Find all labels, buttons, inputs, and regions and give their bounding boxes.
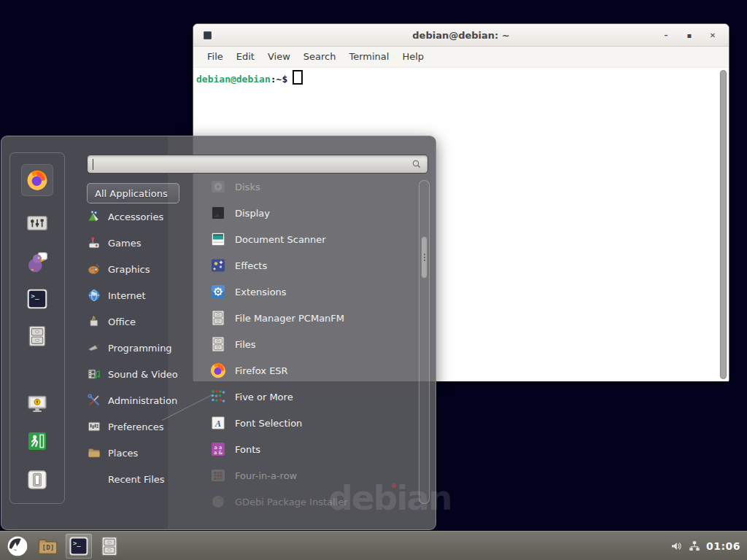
category-games[interactable]: Games	[87, 230, 196, 256]
taskbar-app-menu-button[interactable]	[4, 534, 31, 559]
category-label: Internet	[108, 290, 146, 301]
application-list: DisksDisplayDocument ScannerEffectsExten…	[209, 174, 415, 515]
category-graphics[interactable]: Graphics	[87, 256, 196, 282]
sidebar-settings-mixer-button[interactable]	[21, 207, 53, 239]
sidebar-lock-screen-button[interactable]	[21, 388, 53, 420]
app-effects[interactable]: Effects	[209, 252, 415, 279]
font-selection-icon: A	[209, 414, 227, 432]
svg-text:>_: >_	[31, 292, 39, 300]
category-office[interactable]: Office	[87, 308, 196, 335]
category-administration[interactable]: Administration	[87, 387, 196, 413]
app-display[interactable]: Display	[209, 200, 415, 226]
lock-screen-icon	[26, 392, 49, 416]
sidebar-shutdown-button[interactable]	[21, 464, 53, 496]
terminal-cursor	[293, 70, 303, 85]
terminal-window-title: debian@debian: ~	[193, 30, 729, 41]
app-font-selection[interactable]: AFont Selection	[209, 410, 415, 436]
sidebar-pidgin-button[interactable]	[21, 246, 53, 279]
sidebar-firefox-button[interactable]	[21, 164, 53, 196]
category-label: Preferences	[108, 421, 163, 432]
watermark-red-dot	[392, 483, 396, 488]
app-document-scanner[interactable]: Document Scanner	[209, 226, 415, 252]
file-cabinet-icon	[98, 535, 120, 557]
preferences-icon	[87, 419, 101, 434]
app-five-or-more[interactable]: Five or More	[209, 384, 415, 410]
app-label: Firefox ESR	[235, 365, 288, 376]
terminal-menu-file[interactable]: File	[201, 47, 230, 67]
search-caret	[93, 159, 93, 170]
taskbar-file-manager-desktop-button[interactable]: [D]	[35, 534, 61, 559]
category-label: Sound & Video	[108, 369, 178, 380]
app-label: Effects	[235, 260, 267, 271]
taskbar-terminal-button[interactable]: >_	[66, 534, 92, 559]
sidebar-terminal-button[interactable]: >_	[21, 283, 53, 315]
app-disks[interactable]: Disks	[209, 174, 415, 200]
maximize-button[interactable]: ▪	[678, 31, 701, 39]
sound-video-icon	[87, 367, 101, 381]
prompt-user-host: debian@debian	[196, 74, 271, 85]
app-file-manager-pcmanfm[interactable]: File Manager PCManFM	[209, 305, 415, 331]
games-icon	[87, 236, 101, 250]
svg-text:A: A	[214, 419, 221, 429]
app-label: Document Scanner	[235, 234, 326, 245]
app-label: Five or More	[235, 392, 293, 402]
search-input[interactable]	[98, 159, 411, 170]
sidebar-logout-button[interactable]	[21, 425, 53, 457]
taskbar-clock[interactable]: 01:06	[706, 540, 740, 552]
category-places[interactable]: Places	[87, 440, 196, 466]
terminal-icon: >_	[26, 287, 49, 311]
all-applications-label: All Applications	[95, 188, 168, 199]
close-button[interactable]: ✕	[701, 31, 724, 39]
four-in-a-row-icon	[209, 467, 227, 484]
debian-watermark: debian	[328, 478, 451, 518]
terminal-menu-help[interactable]: Help	[395, 47, 430, 67]
scrollbar-grip	[424, 257, 425, 258]
category-programming[interactable]: Programming	[87, 335, 196, 361]
category-accessories[interactable]: Accessories	[87, 203, 196, 230]
category-preferences[interactable]: Preferences	[87, 413, 196, 440]
terminal-titlebar[interactable]: debian@debian: ~ – ▪ ✕	[193, 24, 729, 47]
app-label: Files	[235, 339, 256, 350]
app-label: Font Selection	[235, 418, 302, 429]
fonts-icon: a aa &	[209, 440, 227, 458]
display-icon	[209, 204, 227, 222]
terminal-scrollbar[interactable]	[719, 70, 727, 379]
terminal-menu-view[interactable]: View	[261, 47, 297, 67]
terminal-prompt: debian@debian:~$	[196, 70, 303, 85]
category-internet[interactable]: Internet	[87, 282, 196, 308]
app-files[interactable]: Files	[209, 331, 415, 357]
application-menu: >_ All Applications AccessoriesGamesGrap…	[1, 136, 436, 530]
menu-scrollbar-thumb[interactable]	[421, 236, 427, 279]
app-fonts[interactable]: a aa &Fonts	[209, 436, 415, 462]
tray-volume-button[interactable]	[670, 540, 683, 553]
pidgin-icon	[26, 251, 49, 274]
volume-icon	[670, 540, 683, 553]
category-recent-files[interactable]: Recent Files	[87, 466, 196, 492]
logout-icon	[26, 429, 49, 453]
category-label: Programming	[108, 343, 172, 354]
folder-d-icon: [D]	[37, 535, 59, 557]
category-label: Administration	[108, 395, 177, 406]
desktop[interactable]: { "terminal": { "title": "debian@debian:…	[0, 0, 747, 560]
svg-text:>_: >_	[73, 539, 81, 546]
app-extensions[interactable]: Extensions	[209, 279, 415, 305]
tray-network-button[interactable]	[688, 540, 701, 553]
svg-text:a &: a &	[214, 450, 223, 456]
sidebar-file-manager-button[interactable]	[21, 320, 53, 352]
taskbar: [D]>_ 01:06	[0, 531, 747, 560]
effects-icon	[209, 257, 227, 274]
menu-scrollbar[interactable]	[419, 180, 430, 504]
minimize-button[interactable]: –	[654, 31, 678, 39]
category-sound-video[interactable]: Sound & Video	[87, 361, 196, 387]
search-box[interactable]	[87, 155, 428, 174]
app-label: Disks	[235, 182, 260, 192]
gdebi-icon	[209, 493, 227, 510]
terminal-menu-search[interactable]: Search	[297, 47, 343, 67]
app-firefox-esr[interactable]: Firefox ESR	[209, 357, 415, 384]
app-label: Fonts	[235, 444, 260, 455]
terminal-scrollbar-thumb[interactable]	[720, 70, 727, 379]
terminal-menu-terminal[interactable]: Terminal	[342, 47, 395, 67]
terminal-menu-edit[interactable]: Edit	[230, 47, 261, 67]
taskbar-files-button[interactable]	[96, 534, 123, 559]
all-applications-button[interactable]: All Applications	[87, 183, 179, 203]
